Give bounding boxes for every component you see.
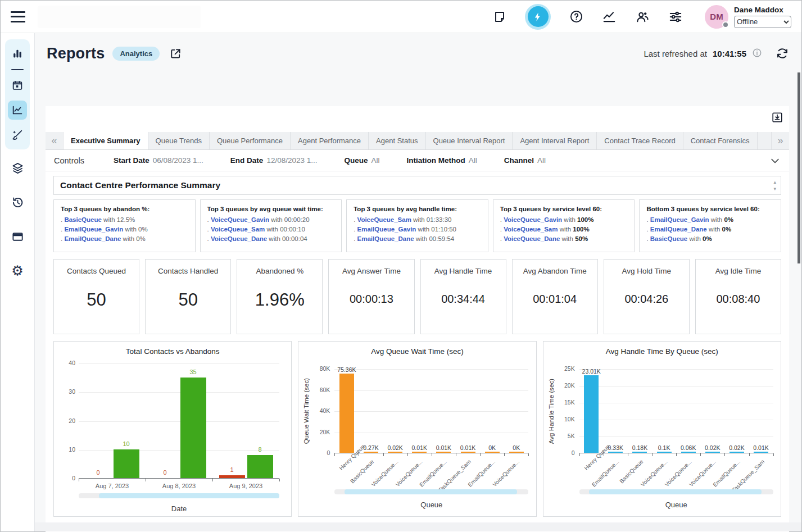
avatar[interactable]: DM <box>705 5 728 29</box>
tabs-scroll-left-icon[interactable]: « <box>46 132 64 149</box>
queue-link[interactable]: VoiceQueue_Gavin <box>211 216 269 223</box>
queue-link[interactable]: VoiceQueue_Gavin <box>504 216 562 223</box>
queue-link[interactable]: VoiceQueue_Dane <box>211 235 267 242</box>
filter-intiation-method[interactable]: Intiation MethodAll <box>406 156 477 165</box>
filter-channel[interactable]: ChannelAll <box>504 156 546 165</box>
vertical-scrollbar[interactable] <box>797 33 801 531</box>
last-refreshed-label: Last refreshed at <box>644 49 707 58</box>
bar-voicequeue-5[interactable] <box>705 452 720 453</box>
bar-henry-queue-0[interactable] <box>339 374 354 453</box>
kpi-label: Avg Handle Time <box>421 267 506 275</box>
refresh-icon[interactable] <box>776 47 789 60</box>
gridline <box>579 420 773 420</box>
bar-henry-queue-0[interactable] <box>584 375 599 453</box>
gridline <box>334 390 528 391</box>
bar-emailqueue-6[interactable] <box>729 452 744 453</box>
users-icon[interactable] <box>635 10 650 24</box>
gear-icon[interactable]: ⚙ <box>8 261 27 280</box>
axis-tick <box>652 453 653 456</box>
status-select[interactable]: Offline <box>734 16 791 28</box>
y-tick-label: 20K <box>309 429 330 435</box>
bar-taskqueue-sam-5[interactable] <box>461 452 475 453</box>
hamburger-menu-icon[interactable] <box>11 11 25 22</box>
tab-agent-status[interactable]: Agent Status <box>369 132 425 149</box>
filter-end-date[interactable]: End Date12/08/2023 1... <box>230 156 318 165</box>
tab-agent-interval-report[interactable]: Agent Interval Report <box>513 132 597 149</box>
line-chart-icon-active[interactable] <box>8 101 27 120</box>
bar-emailqueue-4[interactable] <box>436 452 451 453</box>
queue-link[interactable]: BasicQueue <box>64 216 101 223</box>
axis-tick <box>456 453 456 456</box>
queue-link[interactable]: EmailQueue_Gavin <box>357 226 416 233</box>
tab-agent-performance[interactable]: Agent Performance <box>291 132 369 149</box>
sidebar-metrics-group <box>5 39 30 149</box>
analytics-chart-icon[interactable] <box>602 10 617 24</box>
chart-horizontal-scrollbar[interactable] <box>79 493 279 498</box>
bar-total-contacts[interactable] <box>180 378 206 478</box>
insight-card-title: Top 3 queues by avg queue wait time: <box>207 206 335 212</box>
bar-chart-icon[interactable] <box>8 44 27 63</box>
insight-card-bottom-3-queues-by-service-level-60: Bottom 3 queues by service level 60:. Em… <box>639 199 781 252</box>
filter-value: 06/08/2023 1... <box>153 156 203 165</box>
bar-abandons[interactable] <box>219 475 245 478</box>
bar-total-contacts[interactable] <box>114 449 139 478</box>
bar-total-contacts[interactable] <box>247 455 273 478</box>
y-tick-label: 0 <box>309 449 330 456</box>
queue-link[interactable]: VoiceQueue_Sam <box>504 226 558 233</box>
chart-title: Avg Handle Time By Queue (sec) <box>543 347 781 356</box>
info-icon[interactable] <box>752 48 762 60</box>
settings-sliders-icon[interactable] <box>668 10 683 24</box>
panel-toolbar <box>46 106 789 132</box>
bar-voicequeue-2[interactable] <box>388 452 402 453</box>
help-icon[interactable] <box>569 10 583 24</box>
chart-scrollbar-thumb[interactable] <box>345 489 517 494</box>
queue-link[interactable]: VoiceQueue_Sam <box>211 226 265 233</box>
filter-queue[interactable]: QueueAll <box>344 156 379 165</box>
window-icon[interactable] <box>8 227 27 246</box>
layers-icon[interactable] <box>8 158 27 178</box>
bar-voicequeue-3[interactable] <box>412 452 427 453</box>
tab-contact-trace-record[interactable]: Contact Trace Record <box>597 132 683 149</box>
notes-icon[interactable] <box>493 10 506 24</box>
chart-horizontal-scrollbar[interactable] <box>334 489 528 494</box>
external-link-icon[interactable] <box>169 47 182 60</box>
queue-link[interactable]: VoiceQueue_Sam <box>357 216 411 223</box>
tab-queue-performance[interactable]: Queue Performance <box>210 132 291 149</box>
tabs-scroll-right-icon[interactable]: » <box>771 132 789 149</box>
summary-spinner-icon[interactable]: ▴▾ <box>773 179 776 192</box>
queue-link[interactable]: VoiceQueue_Dane <box>504 235 560 242</box>
queue-link[interactable]: EmailQueue_Dane <box>64 235 121 242</box>
filter-start-date[interactable]: Start Date06/08/2023 1... <box>114 156 203 165</box>
chart-card-avg-handle-time-by-queue-sec: Avg Handle Time By Queue (sec)Avg Handle… <box>543 341 781 517</box>
chart-scrollbar-thumb[interactable] <box>589 489 762 494</box>
chart-horizontal-scrollbar[interactable] <box>579 489 773 494</box>
bar-voicequeue-4[interactable] <box>681 452 696 453</box>
queue-link[interactable]: EmailQueue_Dane <box>650 226 707 233</box>
history-icon[interactable] <box>8 193 27 212</box>
tab-executive-summary[interactable]: Executive Summary <box>64 132 148 149</box>
scrollbar-thumb[interactable] <box>798 72 800 263</box>
calendar-icon[interactable] <box>8 76 27 95</box>
bar-emailqueue-1[interactable] <box>608 452 623 453</box>
queue-link[interactable]: EmailQueue_Gavin <box>650 216 709 223</box>
tab-queue-trends[interactable]: Queue Trends <box>148 132 210 149</box>
bar-basicqueue-1[interactable] <box>364 452 378 453</box>
tab-contact-forensics[interactable]: Contact Forensics <box>683 132 758 149</box>
queue-link[interactable]: EmailQueue_Dane <box>357 235 414 242</box>
chart-scrollbar-thumb[interactable] <box>99 493 279 498</box>
bar-taskqueue-sam-7[interactable] <box>754 452 768 453</box>
controls-collapse-chevron-icon[interactable] <box>769 155 781 166</box>
kpi-card-abandoned: Abandoned %1.96% <box>237 259 323 334</box>
avatar-initials: DM <box>710 12 723 21</box>
bar-voicequeue-3[interactable] <box>657 452 672 453</box>
queue-link[interactable]: EmailQueue_Gavin <box>64 226 123 233</box>
bar-basicqueue-2[interactable] <box>632 452 647 453</box>
tab-queue-interval-report[interactable]: Queue Interval Report <box>426 132 513 149</box>
download-icon[interactable] <box>771 111 783 124</box>
queue-link[interactable]: BasicQueue <box>650 235 687 242</box>
bar-voicequeue-7[interactable] <box>509 452 524 453</box>
bar-emailqueue-6[interactable] <box>485 452 500 453</box>
customize-brush-icon[interactable] <box>8 125 27 144</box>
boost-lightning-icon[interactable] <box>525 4 551 30</box>
insight-card-top-3-queues-by-abandon: Top 3 queues by abandon %:. BasicQueue w… <box>53 199 196 252</box>
